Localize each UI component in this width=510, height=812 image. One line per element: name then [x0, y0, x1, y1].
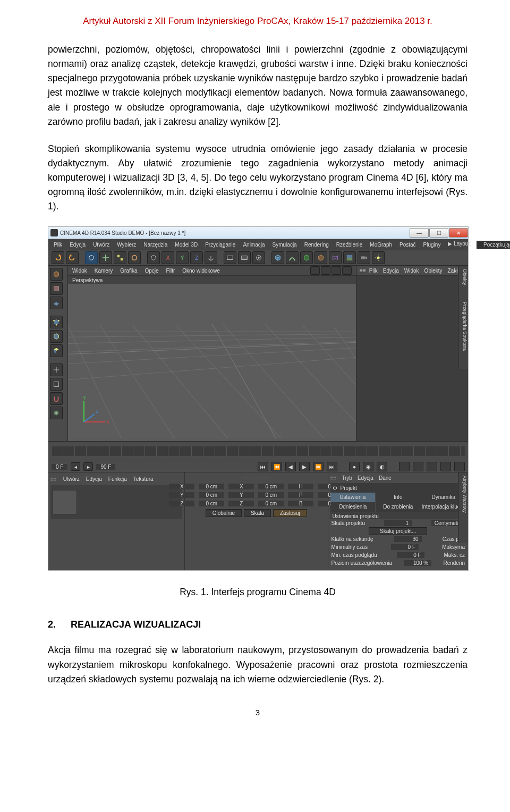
scale-tool-icon[interactable]: [114, 251, 126, 264]
mat-menu[interactable]: Tekstura: [133, 476, 154, 482]
polygon-mode-icon[interactable]: [50, 344, 63, 357]
lock-z-icon[interactable]: Z: [190, 251, 203, 264]
panel-menu[interactable]: Widok: [404, 268, 419, 274]
timeline-next-key-icon[interactable]: ▸: [83, 462, 93, 471]
side-tab-browser[interactable]: Przeglądarka Struktura: [458, 299, 468, 369]
viewport-menu[interactable]: Opcje: [144, 268, 158, 274]
viewport-nav-toggle-icon[interactable]: [342, 266, 352, 275]
environment-icon[interactable]: [343, 251, 356, 264]
timeline-start[interactable]: 0 F: [52, 464, 67, 470]
viewport-nav-move-icon[interactable]: [310, 266, 320, 275]
layout-dropdown[interactable]: Początkujący: [477, 241, 510, 249]
menu-item[interactable]: Symulacja: [273, 242, 297, 248]
axis-mode-icon[interactable]: [50, 363, 63, 376]
attr-tab[interactable]: Ustawienia projektu: [330, 493, 375, 502]
mat-menu[interactable]: Funkcja: [108, 476, 127, 482]
scale-project-button[interactable]: Skaluj projekt...: [369, 527, 427, 535]
workplane-mode-icon[interactable]: [50, 297, 63, 309]
step-forward-icon[interactable]: ⏩: [313, 462, 324, 471]
menu-item[interactable]: Wybierz: [117, 242, 136, 248]
autokey-icon[interactable]: ◉: [363, 462, 373, 471]
redo-icon[interactable]: [66, 251, 79, 264]
menu-item[interactable]: Rzeźbienie: [336, 242, 362, 248]
select-tool-icon[interactable]: [85, 251, 98, 264]
model-mode-icon[interactable]: [50, 268, 63, 281]
snap-icon[interactable]: [50, 392, 63, 405]
lock-y-icon[interactable]: Y: [176, 251, 189, 264]
mat-menu[interactable]: Edycja: [86, 476, 102, 482]
viewport-menu[interactable]: Okno widokowe: [182, 268, 220, 274]
viewport-menu[interactable]: Grafika: [120, 268, 137, 274]
menu-item[interactable]: Plik: [54, 242, 62, 248]
panel-menu[interactable]: Edycja: [383, 268, 399, 274]
side-tab-attributes[interactable]: Atrybuty Warstwy: [458, 472, 468, 543]
texture-mode-icon[interactable]: [50, 282, 63, 295]
menu-item[interactable]: Przyciąganie: [205, 242, 235, 248]
menu-item[interactable]: Rendering: [304, 242, 329, 248]
rotate-tool-icon[interactable]: [128, 251, 141, 264]
attr-min-value[interactable]: 0 F: [391, 544, 419, 550]
scene-tree[interactable]: [356, 276, 468, 441]
key-pos-icon[interactable]: [399, 462, 410, 471]
close-button[interactable]: ✕: [449, 228, 468, 238]
coord-sz-value[interactable]: 0 cm: [258, 501, 284, 506]
attr-menu[interactable]: Edycja: [358, 475, 373, 481]
viewport-menu[interactable]: Widok: [72, 268, 87, 274]
attr-lod-value[interactable]: 100 %: [404, 560, 431, 566]
viewport-nav-zoom-icon[interactable]: [321, 266, 330, 275]
play-forward-icon[interactable]: ▶: [299, 462, 310, 471]
material-preview[interactable]: [53, 490, 77, 514]
go-end-icon[interactable]: ⏭: [327, 462, 337, 471]
perspective-viewport[interactable]: Widok Kamery Grafika Opcje Filtr Okno wi…: [68, 266, 356, 441]
edge-mode-icon[interactable]: [50, 330, 63, 343]
camera-icon[interactable]: [358, 251, 370, 264]
spline-pen-icon[interactable]: [286, 251, 299, 264]
coord-sy-value[interactable]: 0 cm: [258, 492, 284, 498]
maximize-button[interactable]: ☐: [429, 228, 448, 238]
go-start-icon[interactable]: ⏮: [258, 462, 268, 471]
attr-tab[interactable]: Odniesienia: [330, 502, 375, 512]
attr-fps-value[interactable]: 30: [394, 536, 422, 542]
record-key-icon[interactable]: ●: [349, 462, 360, 471]
attr-pre-value[interactable]: 0 F: [397, 552, 424, 558]
menu-item[interactable]: Pluginy: [423, 242, 441, 248]
key-rot-icon[interactable]: [427, 462, 437, 471]
timeline-end[interactable]: 90 F: [96, 464, 115, 470]
attr-scale-value[interactable]: 1: [384, 520, 412, 526]
menu-item[interactable]: Postać: [400, 242, 416, 248]
coord-y-value[interactable]: 0 cm: [199, 492, 224, 498]
render-settings-icon[interactable]: [238, 251, 251, 264]
undo-icon[interactable]: [52, 251, 64, 264]
coord-type-button[interactable]: Skala: [244, 509, 271, 517]
menu-item[interactable]: MoGraph: [370, 242, 392, 248]
coord-mode-button[interactable]: Globalnie: [206, 509, 242, 517]
timeline-prev-key-icon[interactable]: ◂: [71, 462, 80, 471]
render-view-icon[interactable]: [224, 251, 236, 264]
nurbs-icon[interactable]: [300, 251, 313, 264]
soft-selection-icon[interactable]: [50, 407, 63, 419]
menu-item[interactable]: Model 3D: [175, 242, 198, 248]
step-back-icon[interactable]: ⏪: [271, 462, 282, 471]
key-selection-icon[interactable]: ◐: [377, 462, 387, 471]
viewport-nav-rotate-icon[interactable]: [332, 266, 341, 275]
light-icon[interactable]: [372, 251, 385, 264]
viewport-solo-icon[interactable]: [50, 378, 63, 391]
coord-z-value[interactable]: 0 cm: [199, 501, 224, 506]
attr-tab[interactable]: Do zrobienia: [376, 502, 420, 512]
minimize-button[interactable]: —: [410, 228, 429, 238]
coord-system-icon[interactable]: [205, 251, 217, 264]
key-scale-icon[interactable]: [413, 462, 423, 471]
coord-sx-value[interactable]: 0 cm: [258, 484, 284, 489]
render-queue-icon[interactable]: [252, 251, 265, 264]
panel-menu[interactable]: Plik: [369, 268, 378, 274]
primitive-cube-icon[interactable]: [271, 251, 284, 264]
generator-icon[interactable]: [314, 251, 327, 264]
attr-menu[interactable]: Dane: [379, 475, 392, 481]
menu-item[interactable]: Edycja: [70, 242, 86, 248]
history-icon[interactable]: [147, 251, 160, 264]
coord-apply-button[interactable]: Zastosuj: [273, 509, 307, 517]
key-pla-icon[interactable]: [454, 462, 465, 471]
menu-item[interactable]: Narzędzia: [143, 242, 167, 248]
attr-menu[interactable]: Tryb: [342, 475, 352, 481]
attr-tab[interactable]: Info: [376, 493, 420, 502]
